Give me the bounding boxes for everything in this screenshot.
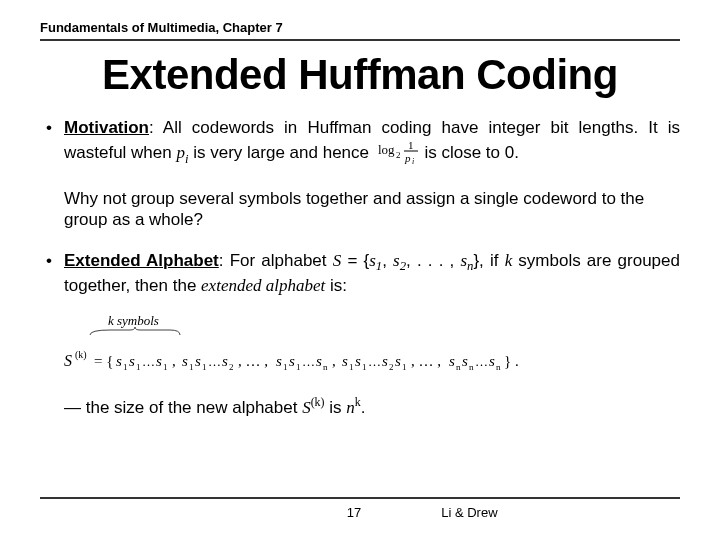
svg-text:,: ,: [332, 353, 336, 369]
pi-var: p: [176, 143, 185, 162]
svg-text:p: p: [404, 152, 411, 164]
nk: n: [346, 397, 355, 416]
size-c: .: [361, 397, 366, 416]
svg-text:1: 1: [123, 362, 128, 372]
svg-text:1: 1: [189, 362, 194, 372]
svg-text:1: 1: [402, 362, 407, 372]
svg-text:n: n: [456, 362, 461, 372]
svg-text:…: …: [208, 354, 221, 369]
svg-text:= {: = {: [94, 353, 113, 369]
svg-text:s: s: [449, 353, 455, 369]
svg-text:s: s: [289, 353, 295, 369]
ext-close: }, if: [473, 251, 504, 270]
svg-text:1: 1: [408, 139, 414, 151]
svg-text:s: s: [382, 353, 388, 369]
svg-text:1: 1: [296, 362, 301, 372]
bullet-dot: •: [46, 250, 52, 271]
svg-text:s: s: [276, 353, 282, 369]
sep1: ,: [382, 251, 393, 270]
bullet-dot: •: [46, 117, 52, 138]
extended-bullet: • Extended Alphabet: For alphabet S = {s…: [40, 250, 680, 297]
motivation-text-b: is very large and hence: [189, 143, 374, 162]
slide-body: • Motivation: All codewords in Huffman c…: [40, 117, 680, 417]
svg-text:} .: } .: [504, 353, 519, 369]
motivation-bullet: • Motivation: All codewords in Huffman c…: [40, 117, 680, 170]
motivation-text-c: is close to 0.: [420, 143, 519, 162]
set-formula: S (k) = { s1 s1 … s1 , s1 s1 … s2 , … , …: [64, 348, 680, 381]
svg-text:,: ,: [172, 353, 176, 369]
svg-text:s: s: [462, 353, 468, 369]
s2: s: [393, 251, 400, 270]
Sk: S: [302, 397, 311, 416]
svg-text:k symbols: k symbols: [108, 315, 159, 328]
footer: 17 Li & Drew: [40, 497, 680, 520]
svg-text:2: 2: [389, 362, 394, 372]
svg-text:log: log: [378, 142, 395, 157]
svg-text:…: …: [302, 354, 315, 369]
dots: , . . . ,: [406, 251, 460, 270]
motivation-why: Why not group several symbols together a…: [40, 188, 680, 231]
svg-text:1: 1: [163, 362, 168, 372]
svg-text:s: s: [116, 353, 122, 369]
svg-text:1: 1: [349, 362, 354, 372]
svg-text:s: s: [182, 353, 188, 369]
log-formula: log21pi: [378, 138, 420, 169]
svg-text:…: …: [142, 354, 155, 369]
svg-text:(k): (k): [75, 349, 87, 361]
svg-text:…: …: [368, 354, 381, 369]
svg-text:s: s: [342, 353, 348, 369]
footer-authors: Li & Drew: [411, 505, 680, 520]
svg-text:s: s: [355, 353, 361, 369]
extended-label: Extended Alphabet: [64, 251, 219, 270]
size-a: — the size of the new alphabet: [64, 397, 302, 416]
svg-text:s: s: [395, 353, 401, 369]
svg-text:s: s: [489, 353, 495, 369]
svg-text:s: s: [129, 353, 135, 369]
svg-text:S: S: [64, 352, 72, 369]
svg-text:2: 2: [396, 150, 401, 160]
svg-text:i: i: [412, 157, 414, 164]
S-var: S: [333, 251, 342, 270]
motivation-label: Motivation: [64, 118, 149, 137]
ext-text-a: : For alphabet: [219, 251, 333, 270]
svg-text:1: 1: [202, 362, 207, 372]
ea: extended alphabet: [201, 276, 325, 295]
chapter-header: Fundamentals of Multimedia, Chapter 7: [40, 20, 680, 41]
ext-eq: = {: [341, 251, 369, 270]
svg-text:, … ,: , … ,: [411, 353, 441, 369]
overbrace-icon: k symbols: [80, 315, 200, 337]
svg-text:s: s: [195, 353, 201, 369]
size-note: — the size of the new alphabet S(k) is n…: [40, 395, 680, 418]
svg-text:1: 1: [283, 362, 288, 372]
svg-text:, … ,: , … ,: [238, 353, 268, 369]
svg-text:…: …: [475, 354, 488, 369]
page-number: 17: [40, 505, 411, 520]
ext-text-c: is:: [325, 276, 347, 295]
Sk-sup: (k): [311, 395, 325, 409]
svg-text:s: s: [156, 353, 162, 369]
svg-text:1: 1: [136, 362, 141, 372]
slide-title: Extended Huffman Coding: [40, 51, 680, 99]
s1: s: [369, 251, 376, 270]
k-symbols-brace: k symbols: [80, 315, 680, 342]
svg-text:n: n: [323, 362, 328, 372]
svg-text:1: 1: [362, 362, 367, 372]
size-b: is: [325, 397, 347, 416]
svg-text:s: s: [316, 353, 322, 369]
svg-text:s: s: [222, 353, 228, 369]
svg-text:n: n: [496, 362, 501, 372]
svg-text:n: n: [469, 362, 474, 372]
svg-text:2: 2: [229, 362, 234, 372]
